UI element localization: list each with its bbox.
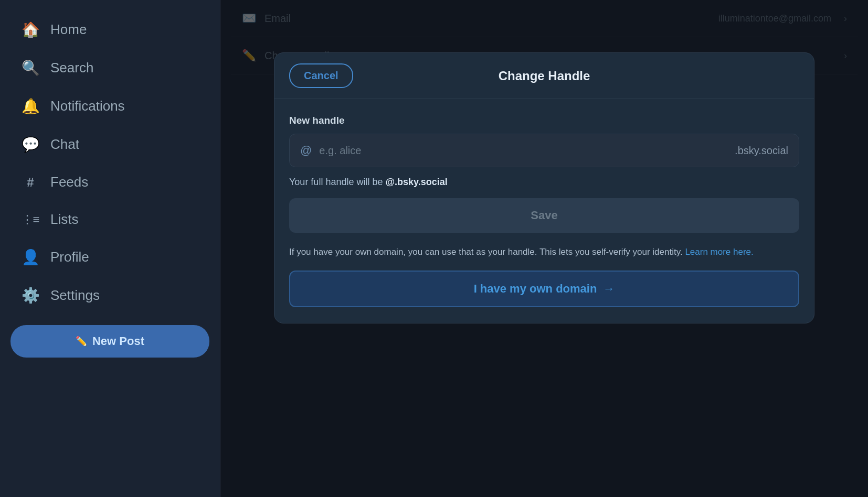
sidebar-item-chat[interactable]: 💬 Chat (5, 126, 215, 163)
sidebar-item-label: Settings (50, 287, 100, 304)
cancel-button[interactable]: Cancel (289, 63, 353, 88)
modal-body: New handle @ .bsky.social Your full hand… (274, 99, 814, 323)
sidebar-item-label: Search (50, 60, 93, 76)
sidebar-item-label: Home (50, 21, 87, 38)
chat-icon: 💬 (21, 136, 40, 153)
save-button[interactable]: Save (289, 198, 799, 233)
domain-info-text: If you have your own domain, you can use… (289, 245, 799, 259)
sidebar-item-label: Lists (50, 211, 78, 228)
modal-title: Change Handle (499, 69, 590, 83)
preview-handle: @.bsky.social (385, 177, 447, 187)
preview-prefix: Your full handle will be (289, 177, 385, 187)
modal-header: Cancel Change Handle (274, 53, 814, 99)
sidebar-item-label: Notifications (50, 98, 125, 114)
sidebar-item-feeds[interactable]: # Feeds (5, 165, 215, 200)
sidebar: 🏠 Home 🔍 Search 🔔 Notifications 💬 Chat #… (0, 0, 220, 497)
modal-overlay: Cancel Change Handle New handle @ .bsky.… (220, 0, 868, 497)
domain-info-main: If you have your own domain, you can use… (289, 247, 685, 257)
feeds-icon: # (21, 175, 40, 190)
sidebar-item-notifications[interactable]: 🔔 Notifications (5, 88, 215, 124)
learn-more-link[interactable]: Learn more here. (685, 247, 753, 257)
own-domain-button[interactable]: I have my own domain → (289, 271, 799, 307)
change-handle-modal: Cancel Change Handle New handle @ .bsky.… (274, 52, 814, 323)
at-icon: @ (300, 144, 312, 157)
bell-icon: 🔔 (21, 98, 40, 115)
bsky-suffix: .bsky.social (735, 145, 788, 157)
sidebar-item-label: Chat (50, 136, 79, 153)
lists-icon: ⋮≡ (21, 213, 40, 226)
sidebar-item-label: Feeds (50, 174, 88, 190)
own-domain-label: I have my own domain (474, 282, 597, 296)
sidebar-item-settings[interactable]: ⚙️ Settings (5, 277, 215, 314)
sidebar-item-profile[interactable]: 👤 Profile (5, 239, 215, 275)
handle-input-container: @ .bsky.social (289, 134, 799, 167)
new-post-icon: ✏️ (76, 336, 87, 347)
arrow-icon: → (603, 282, 615, 296)
field-label: New handle (289, 115, 799, 126)
handle-input[interactable] (319, 145, 729, 157)
sidebar-item-search[interactable]: 🔍 Search (5, 50, 215, 86)
main-content: ✉️ Email illuminationtoe@gmail.com › ✏️ … (220, 0, 868, 497)
home-icon: 🏠 (21, 21, 40, 38)
sidebar-item-home[interactable]: 🏠 Home (5, 12, 215, 48)
settings-icon: ⚙️ (21, 287, 40, 304)
handle-preview: Your full handle will be @.bsky.social (289, 177, 799, 188)
search-icon: 🔍 (21, 59, 40, 77)
sidebar-item-label: Profile (50, 249, 89, 265)
sidebar-item-lists[interactable]: ⋮≡ Lists (5, 202, 215, 237)
new-post-label: New Post (92, 334, 144, 348)
new-post-button[interactable]: ✏️ New Post (10, 325, 209, 358)
profile-icon: 👤 (21, 248, 40, 266)
